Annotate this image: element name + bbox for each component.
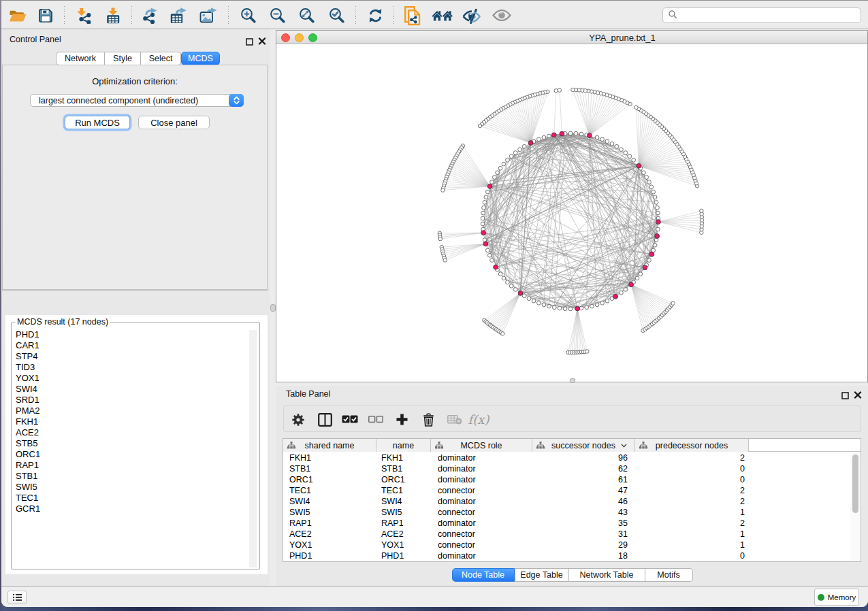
fx-icon: f(x) [468, 412, 489, 427]
table-row[interactable]: ACE2ACE2connector311 [283, 529, 861, 540]
network-graph[interactable] [276, 45, 867, 382]
table-row[interactable]: FKH1FKH1dominator962 [283, 452, 861, 463]
table-row[interactable]: YOX1YOX1connector291 [283, 540, 861, 550]
cell-shared-name: SWI4 [289, 496, 310, 507]
table-row[interactable]: TEC1TEC1connector472 [283, 485, 861, 496]
column-header-name[interactable]: name [376, 439, 431, 452]
table-row[interactable]: SWI4SWI4dominator462 [283, 496, 861, 507]
mcds-result-item[interactable]: ACE2 [13, 427, 258, 438]
node-table: shared namenameMCDS rolesuccessor nodesp… [283, 438, 861, 562]
cell-successor-nodes: 29 [532, 540, 628, 550]
mcds-result-item[interactable]: YOX1 [13, 373, 258, 384]
mcds-result-item[interactable]: RAP1 [13, 460, 258, 471]
mcds-result-item[interactable]: STP4 [13, 351, 258, 362]
cell-successor-nodes: 43 [532, 507, 628, 518]
table-scrollbar[interactable] [850, 452, 860, 561]
mcds-result-item[interactable]: GCR1 [13, 503, 258, 514]
mcds-result-list[interactable]: PHD1CAR1STP4TID3YOX1SWI4SRD1PMA2FKH1ACE2… [13, 329, 258, 568]
attribute-icon [435, 442, 443, 451]
run-mcds-button[interactable]: Run MCDS [65, 116, 130, 129]
table-row[interactable]: SWI5SWI5connector431 [283, 507, 861, 518]
mcds-result-groupbox: MCDS result (17 nodes) PHD1CAR1STP4TID3Y… [11, 322, 260, 569]
float-panel-icon[interactable] [246, 36, 253, 48]
tab-node-table[interactable]: Node Table [452, 568, 515, 582]
table-settings-button[interactable] [289, 406, 308, 433]
table-row[interactable]: ORC1ORC1dominator610 [283, 474, 861, 485]
network-canvas[interactable] [276, 45, 867, 382]
panel-divider [2, 290, 268, 291]
cell-mcds-role: connector [438, 540, 475, 550]
mcds-result-item[interactable]: TEC1 [13, 493, 258, 503]
column-header-MCDS-role[interactable]: MCDS role [431, 439, 532, 452]
cell-mcds-role: connector [438, 485, 475, 496]
horizontal-splitter-handle[interactable] [570, 378, 575, 383]
vertical-splitter[interactable] [270, 29, 276, 586]
close-window-button[interactable] [281, 33, 290, 42]
table-row[interactable]: RAP1RAP1dominator352 [283, 518, 861, 529]
criterion-value: largest connected component (undirected) [39, 96, 198, 105]
optimization-criterion-select[interactable]: largest connected component (undirected) [30, 94, 244, 107]
search-input[interactable] [662, 7, 861, 23]
cell-mcds-role: connector [438, 507, 475, 518]
mcds-result-item[interactable]: STB1 [13, 471, 258, 482]
cell-predecessor-nodes: 1 [635, 529, 745, 540]
mcds-result-item[interactable]: FKH1 [13, 416, 258, 427]
close-panel-button[interactable]: Close panel [138, 116, 210, 129]
mcds-result-item[interactable]: SWI5 [13, 482, 258, 493]
cell-predecessor-nodes: 2 [635, 485, 745, 496]
tab-edge-table[interactable]: Edge Table [515, 568, 569, 582]
mcds-result-item[interactable]: ORC1 [13, 449, 258, 460]
column-header-predecessor-nodes[interactable]: predecessor nodes [635, 439, 749, 452]
delete-column-button[interactable] [419, 406, 438, 433]
show-column-button[interactable] [315, 406, 334, 433]
network-window-titlebar[interactable]: YPA_prune.txt_1 [276, 31, 867, 44]
status-menu-button[interactable] [7, 591, 27, 604]
mcds-result-item[interactable]: PMA2 [13, 406, 258, 416]
memory-button[interactable]: Memory [814, 589, 859, 606]
table-row[interactable]: STB1STB1dominator620 [283, 463, 861, 474]
application-window: Control Panel NetworkStyleSelectMCDS Opt… [1, 0, 868, 607]
zoom-window-button[interactable] [308, 33, 317, 42]
cell-predecessor-nodes: 2 [635, 452, 745, 463]
mcds-result-item[interactable]: CAR1 [13, 340, 258, 351]
mcds-result-item[interactable]: SRD1 [13, 395, 258, 406]
table-float-icon[interactable] [841, 390, 849, 402]
vertical-splitter-handle[interactable] [270, 304, 276, 312]
optimization-criterion-label: Optimization criterion: [3, 76, 267, 86]
column-header-shared-name[interactable]: shared name [283, 439, 376, 452]
tab-style[interactable]: Style [105, 52, 141, 65]
add-column-button[interactable] [392, 406, 411, 433]
tab-select[interactable]: Select [141, 52, 181, 65]
network-window-title: YPA_prune.txt_1 [583, 33, 661, 43]
tab-motifs[interactable]: Motifs [645, 568, 693, 582]
table-header-row: shared namenameMCDS rolesuccessor nodesp… [283, 439, 861, 452]
minimize-window-button[interactable] [295, 33, 304, 42]
attribute-icon [639, 442, 647, 451]
close-panel-icon[interactable] [258, 35, 266, 48]
table-row[interactable]: PHD1PHD1dominator180 [283, 550, 861, 561]
tab-network[interactable]: Network [56, 52, 105, 65]
toolbar-separator [131, 6, 132, 25]
table-scrollbar-thumb[interactable] [852, 455, 858, 513]
cell-predecessor-nodes: 1 [635, 507, 745, 518]
tab-network-table[interactable]: Network Table [569, 568, 645, 582]
cell-shared-name: SWI5 [289, 507, 310, 518]
mcds-result-item[interactable]: TID3 [13, 362, 258, 373]
mcds-result-panel: MCDS result (17 nodes) PHD1CAR1STP4TID3Y… [5, 315, 268, 574]
cell-shared-name: PHD1 [289, 550, 312, 561]
select-all-button[interactable] [340, 406, 359, 433]
cell-predecessor-nodes: 0 [635, 463, 745, 474]
cell-successor-nodes: 35 [532, 518, 628, 529]
tab-mcds[interactable]: MCDS [181, 52, 220, 65]
mcds-result-item[interactable]: STB5 [13, 438, 258, 449]
mcds-result-item[interactable]: PHD1 [13, 329, 258, 340]
result-scrollbar[interactable] [249, 330, 257, 567]
main-toolbar [1, 1, 868, 29]
mcds-tab-panel: Optimization criterion: largest connecte… [2, 65, 268, 290]
cell-mcds-role: dominator [438, 474, 476, 485]
mcds-result-item[interactable]: SWI4 [13, 384, 258, 395]
column-header-successor-nodes[interactable]: successor nodes [532, 439, 635, 452]
table-close-icon[interactable] [854, 389, 862, 401]
deselect-all-button[interactable] [366, 406, 385, 433]
cell-successor-nodes: 96 [532, 452, 628, 463]
